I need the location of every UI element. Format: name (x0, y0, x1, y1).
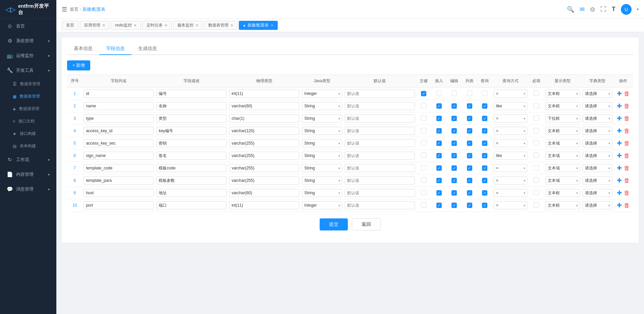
java-type-select[interactable]: StringIntegerLongDateBigDecimal (302, 114, 342, 122)
search-icon[interactable]: 🔍 (567, 6, 574, 13)
checkbox[interactable] (482, 91, 487, 96)
cell-edit[interactable] (447, 150, 462, 162)
checkbox[interactable] (451, 153, 457, 158)
cell-phys[interactable] (228, 137, 301, 150)
dict-type-select[interactable]: 请选择 (583, 90, 612, 98)
dict-type-select[interactable]: 请选择 (583, 139, 612, 147)
cell-phys[interactable] (228, 150, 301, 162)
java-type-select[interactable]: StringIntegerLongDateBigDecimal (302, 164, 342, 172)
breadcrumb-home[interactable]: 首页 (70, 6, 78, 12)
cell-list[interactable] (462, 162, 477, 174)
checkbox[interactable] (421, 190, 426, 195)
checkbox[interactable] (451, 116, 457, 121)
cell-dict[interactable]: 请选择 (581, 88, 613, 100)
java-type-select[interactable]: StringIntegerLongDateBigDecimal (302, 102, 342, 110)
sidebar-group-dev-header[interactable]: 🔧开发工具 ▾ (0, 63, 56, 78)
cell-query-mode[interactable]: =like!=><>=<=between (492, 162, 529, 174)
dict-type-select[interactable]: 请选择 (583, 152, 612, 160)
cell-insert[interactable] (431, 199, 446, 212)
checkbox[interactable] (482, 190, 487, 196)
cell-col-name[interactable] (82, 112, 155, 125)
cell-query[interactable] (477, 112, 492, 125)
checkbox[interactable] (467, 165, 472, 171)
checkbox[interactable] (421, 103, 426, 108)
phys-input[interactable] (229, 127, 299, 135)
checkbox[interactable] (467, 203, 472, 208)
tab-redis[interactable]: redis监控 ✕ (111, 21, 141, 30)
tab-new-table-close[interactable]: ✕ (271, 23, 273, 27)
phys-input[interactable] (229, 114, 299, 122)
cell-default[interactable] (343, 199, 416, 212)
cell-col-name[interactable] (82, 88, 155, 100)
add-row-icon[interactable]: ✚ (617, 102, 622, 110)
cell-java[interactable]: StringIntegerLongDateBigDecimal (301, 112, 343, 125)
tab-service-monitor-close[interactable]: ✕ (196, 23, 198, 27)
cell-dict[interactable]: 请选择 (581, 112, 613, 125)
cell-desc[interactable] (155, 150, 228, 162)
cell-required[interactable] (529, 125, 544, 137)
desc-input[interactable] (156, 139, 226, 147)
col-name-input[interactable] (84, 102, 154, 110)
sidebar-group-system-header[interactable]: ⚙系统管理 ▾ (0, 34, 56, 48)
cell-dict[interactable]: 请选择 (581, 100, 613, 112)
return-button[interactable]: 返回 (352, 218, 381, 230)
cell-desc[interactable] (155, 88, 228, 100)
sidebar-sub-item-db-manage[interactable]: 🗄 数据库管理 (0, 78, 56, 90)
cell-query[interactable] (477, 199, 492, 212)
cell-display[interactable]: 文本框文本域下拉框单选框复选框日期图片上传文件上传 (544, 187, 581, 199)
default-input[interactable] (345, 102, 415, 110)
cell-col-name[interactable] (82, 187, 155, 199)
cell-default[interactable] (343, 162, 416, 174)
sidebar-item-home[interactable]: ⊙ 首页 (0, 19, 56, 34)
cell-display[interactable]: 文本框文本域下拉框单选框复选框日期图片上传文件上传 (544, 100, 581, 112)
query-mode-select[interactable]: =like!=><>=<=between (494, 139, 527, 147)
cell-insert[interactable] (431, 100, 446, 112)
sidebar-sub-item-form-build[interactable]: ▤ 表单构建 (0, 140, 56, 152)
checkbox[interactable] (421, 91, 426, 96)
dict-type-select[interactable]: 请选择 (583, 176, 612, 185)
query-mode-select[interactable]: =like!=><>=<=between (494, 189, 527, 197)
cell-insert[interactable] (431, 112, 446, 125)
cell-required[interactable] (529, 162, 544, 174)
desc-input[interactable] (156, 164, 226, 172)
cell-pk[interactable] (416, 150, 431, 162)
dict-type-select[interactable]: 请选择 (583, 164, 612, 172)
cell-query[interactable] (477, 150, 492, 162)
cell-pk[interactable] (416, 162, 431, 174)
del-row-icon[interactable]: 🗑 (624, 115, 630, 122)
checkbox[interactable] (451, 91, 457, 96)
checkbox[interactable] (482, 128, 487, 134)
cell-list[interactable] (462, 137, 477, 150)
checkbox[interactable] (451, 128, 457, 134)
cell-pk[interactable] (416, 199, 431, 212)
cell-query-mode[interactable]: =like!=><>=<=between (492, 187, 529, 199)
cell-required[interactable] (529, 88, 544, 100)
query-mode-select[interactable]: =like!=><>=<=between (494, 114, 527, 122)
cell-dict[interactable]: 请选择 (581, 162, 613, 174)
cell-col-name[interactable] (82, 125, 155, 137)
query-mode-select[interactable]: =like!=><>=<=between (494, 127, 527, 135)
sidebar-group-content-header[interactable]: 📄内容管理 ▾ (0, 167, 56, 182)
cell-query-mode[interactable]: =like!=><>=<=between (492, 150, 529, 162)
cell-edit[interactable] (447, 125, 462, 137)
checkbox[interactable] (421, 128, 426, 133)
add-row-icon[interactable]: ✚ (617, 202, 622, 209)
checkbox[interactable] (467, 153, 472, 158)
cell-pk[interactable] (416, 100, 431, 112)
display-type-select[interactable]: 文本框文本域下拉框单选框复选框日期图片上传文件上传 (545, 90, 580, 98)
sidebar-group-msg-header[interactable]: 💬消息管理 ▾ (0, 182, 56, 197)
cell-required[interactable] (529, 150, 544, 162)
checkbox[interactable] (482, 116, 487, 121)
cell-pk[interactable] (416, 187, 431, 199)
desc-input[interactable] (156, 102, 226, 110)
cell-display[interactable]: 文本框文本域下拉框单选框复选框日期图片上传文件上传 (544, 88, 581, 100)
dict-type-select[interactable]: 请选择 (583, 114, 612, 122)
del-row-icon[interactable]: 🗑 (624, 202, 630, 209)
checkbox[interactable] (482, 141, 487, 146)
cell-desc[interactable] (155, 199, 228, 212)
checkbox[interactable] (467, 190, 472, 196)
cell-desc[interactable] (155, 137, 228, 150)
cell-insert[interactable] (431, 137, 446, 150)
col-name-input[interactable] (84, 189, 154, 197)
github-icon[interactable]: ⊙ (590, 6, 595, 13)
